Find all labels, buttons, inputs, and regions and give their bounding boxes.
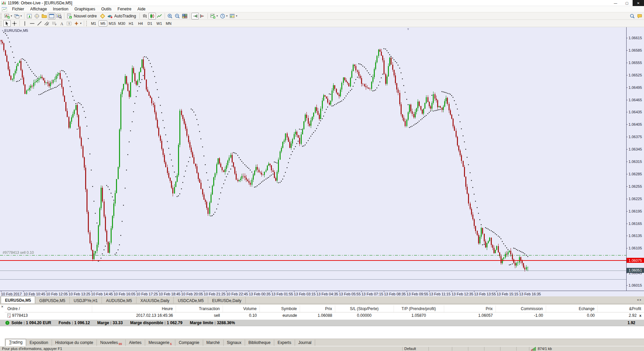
column-header[interactable]: S/L (Stop/Perte) [335,305,394,312]
profiles-button[interactable]: ▾ [13,13,23,19]
menu-affichage[interactable]: Affichage [27,6,50,12]
terminal-tab-alertes[interactable]: Alertes [126,340,145,346]
search-symbol-button[interactable] [629,13,636,19]
menu-fenetre[interactable]: Fenetre [115,6,134,12]
terminal-close-icon[interactable]: ✕ [1,305,4,309]
terminal-tab-messagerie[interactable]: Messagerie6 [145,340,175,346]
zoom-out-button[interactable] [174,13,181,19]
menu-aide[interactable]: Aide [134,6,149,12]
chart-tab-gbpusde-m5[interactable]: GBPUSDe,M5 [35,297,69,303]
chart-tab-eurusde-m5[interactable]: EURUSDe,M5 [1,296,35,303]
auto-scroll-button[interactable] [191,13,199,19]
line-chart-mode-button[interactable] [156,13,163,19]
text-tool-button[interactable]: A [58,20,65,27]
chart-tab-usdcade-m5[interactable]: USDCADe,M5 [174,297,208,303]
timeframe-m1[interactable]: M1 [89,20,98,26]
timeframe-w1[interactable]: W1 [155,20,164,26]
terminal-tab-historique-du-compte[interactable]: Historique du compte [52,340,97,346]
terminal-tab-journal[interactable]: Journal [295,340,315,346]
vertical-line-tool-button[interactable] [21,20,28,27]
toolbar-grip[interactable] [1,13,2,19]
menu-insertion[interactable]: Insertion [50,6,71,12]
templates-button[interactable]: ▾ [229,13,238,19]
timeframe-mn[interactable]: MN [164,20,173,26]
chart-canvas[interactable] [0,27,626,291]
minimize-button[interactable]: — [610,0,621,6]
order-open-line[interactable] [0,255,626,255]
new-chart-button[interactable]: ▾ [3,13,13,19]
price-tick [626,211,628,212]
chart-tab-usdjpye-h1[interactable]: USDJPYe,H1 [70,297,102,303]
close-button[interactable]: ✕ [633,0,644,6]
trendline-tool-button[interactable] [36,20,43,27]
column-header[interactable]: Transaction [176,305,223,312]
channel-tool-button[interactable]: F [43,20,51,27]
timeframe-h1[interactable]: H1 [127,20,135,26]
timeframe-m15[interactable]: M15 [108,20,117,26]
column-header[interactable]: Volume [223,305,259,312]
fibonacci-tool-button[interactable]: F [51,20,58,27]
chart-tab-eurusde-daily[interactable]: EURUSDe,Daily [208,297,246,303]
autotrading-button[interactable]: AutoTrading [106,13,138,19]
toolbar-grip[interactable] [86,21,88,26]
timeframe-d1[interactable]: D1 [145,20,154,26]
timeframe-h4[interactable]: H4 [136,20,145,26]
bar-chart-mode-button[interactable] [141,13,149,19]
label-tool-button[interactable]: T [65,20,73,27]
column-header[interactable]: Heure [92,305,176,312]
metaeditor-button[interactable] [99,13,106,19]
timeframe-m5[interactable]: M5 [99,20,107,26]
column-header[interactable]: Symbole [259,305,300,312]
zoom-in-button[interactable] [166,13,174,19]
chat-button[interactable] [636,13,643,19]
market-watch-button[interactable] [26,13,33,19]
new-order-button[interactable]: Nouvel ordre [66,13,99,19]
column-header[interactable]: Echange [546,305,597,312]
horizontal-line-object[interactable] [0,279,626,280]
terminal-tab-experts[interactable]: Experts [274,340,295,346]
maximize-button[interactable]: ▢ [621,0,633,6]
timeframe-m30[interactable]: M30 [117,20,126,26]
indicators-button[interactable]: ▾ [209,13,219,19]
strategy-tester-button[interactable] [55,13,63,19]
chart-shift-button[interactable] [199,13,206,19]
terminal-tab-compagnie[interactable]: Compagnie [175,340,203,346]
terminal-tab-nouvelles[interactable]: Nouvelles99 [97,340,126,346]
cursor-tool-button[interactable] [3,20,11,27]
price-axis-label: 1.06225 [629,197,643,201]
periods-button[interactable]: ▾ [219,13,229,19]
chart-tab-xauusde-daily[interactable]: XAUUSDe,Daily [136,297,174,303]
column-header[interactable]: Prix [444,305,495,312]
column-header[interactable]: T/P (Prendre/profit) [394,305,444,312]
navigator-button[interactable] [33,13,41,19]
terminal-tab-bibliotheque[interactable]: Bibliotheque [245,340,274,346]
candlestick-mode-button[interactable] [149,13,156,19]
close-order-button[interactable]: x [637,313,641,317]
tab-scroll-arrows[interactable]: ◂▸ [637,298,643,301]
arrows-tool-button[interactable]: ▾ [73,20,82,27]
column-header[interactable]: Prix [300,305,335,312]
terminal-tab-signaux[interactable]: Signaux [224,340,245,346]
crosshair-tool-button[interactable] [11,20,18,27]
app-icon [1,1,6,5]
tile-windows-button[interactable] [181,13,188,19]
status-profile[interactable]: Default [404,347,416,351]
menu-graphiques[interactable]: Graphiques [71,6,98,12]
standard-toolbar: ▾ ▾ Nouvel ordre AutoTrading [0,12,644,20]
terminal-tab-exposition[interactable]: Exposition [26,340,52,346]
status-bar: Pour plus d'informations, appuyer F1 Def… [0,346,644,351]
terminal-tab-march-[interactable]: Marché [203,340,224,346]
horizontal-line-tool-button[interactable] [28,20,36,27]
menu-fichier[interactable]: Fichier [9,6,27,12]
column-header[interactable]: Commission [495,305,546,312]
menu-outils[interactable]: Outils [98,6,115,12]
data-window-button[interactable] [41,13,48,19]
column-header[interactable]: Ordre / [5,305,92,312]
toolbar-grip[interactable] [1,21,2,26]
chart-tab-audusde-m5[interactable]: AUDUSDe,M5 [102,297,136,303]
terminal-toggle-button[interactable] [48,13,55,19]
order-row[interactable]: 97784132017.02.13 16:45:36sell0.10eurusd… [5,312,644,319]
terminal-tab-trading[interactable]: Trading [5,339,26,346]
column-header[interactable]: &Profit [597,305,644,312]
scroll-marker-icon: ▼ [407,27,410,31]
